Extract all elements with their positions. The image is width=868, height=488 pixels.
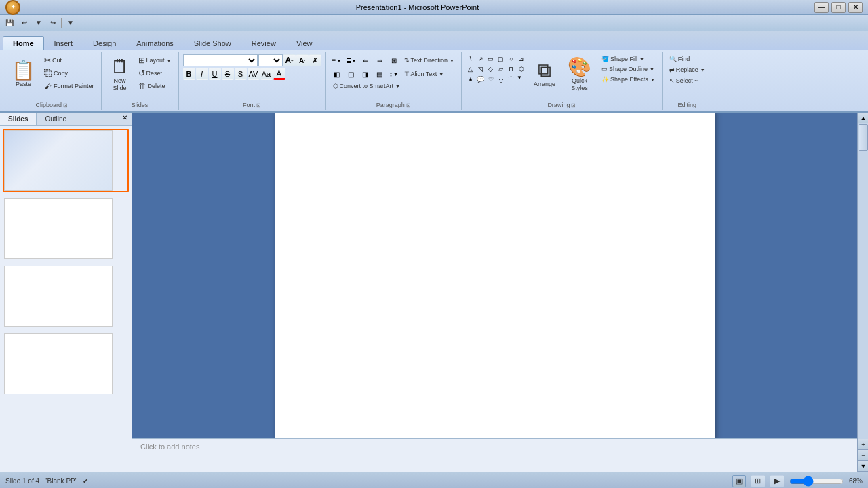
align-left-button[interactable]: ◧ <box>330 68 344 80</box>
scroll-zoom-in[interactable]: + <box>858 439 868 450</box>
tab-view[interactable]: View <box>286 36 323 50</box>
minimize-button[interactable]: — <box>814 2 829 13</box>
align-center-button[interactable]: ◫ <box>344 68 358 80</box>
notes-area[interactable]: Click to add notes <box>132 438 857 472</box>
zoom-slider[interactable] <box>789 478 844 485</box>
scroll-thumb[interactable] <box>859 124 868 151</box>
shape-right-tri[interactable]: ◹ <box>476 64 486 74</box>
slide-thumb-1[interactable]: 1 <box>3 129 129 192</box>
shape-tri[interactable]: △ <box>466 64 475 74</box>
shapes-expand[interactable]: ▼ <box>517 75 522 84</box>
format-painter-button[interactable]: 🖌 Format Painter <box>41 80 97 92</box>
replace-button[interactable]: ⇄ Replace ▼ <box>667 65 708 75</box>
paragraph-expand[interactable]: ⊡ <box>406 102 411 108</box>
shape-diamond[interactable]: ◇ <box>486 64 496 74</box>
italic-button[interactable]: I <box>196 68 208 80</box>
tab-animations[interactable]: Animations <box>126 36 183 50</box>
decrease-indent-button[interactable]: ⇐ <box>359 54 372 66</box>
cut-button[interactable]: ✂ Cut <box>41 54 97 66</box>
shape-outline-button[interactable]: ▭ Shape Outline ▼ <box>599 64 658 74</box>
delete-button[interactable]: 🗑 Delete <box>136 80 174 92</box>
shape-fill-button[interactable]: 🪣 Shape Fill ▼ <box>599 54 658 64</box>
shape-brace[interactable]: {} <box>496 75 506 84</box>
tab-slideshow[interactable]: Slide Show <box>184 36 241 50</box>
copy-button[interactable]: ⿻ Copy <box>41 67 97 79</box>
close-button[interactable]: ✕ <box>848 2 863 13</box>
convert-smartart-button[interactable]: ⬡ Convert to SmartArt ▼ <box>330 81 403 91</box>
shape-arrow[interactable]: ↗ <box>476 54 486 64</box>
scroll-zoom-out[interactable]: − <box>858 450 868 461</box>
slide-thumb-4[interactable]: 4 <box>3 332 129 396</box>
replace-arrow: ▼ <box>701 68 705 73</box>
shape-effects-button[interactable]: ✨ Shape Effects ▼ <box>599 75 658 84</box>
arrange-button[interactable]: ⧉ Arrange <box>529 54 560 95</box>
shape-heart[interactable]: ♡ <box>486 75 496 84</box>
shape-circle[interactable]: ○ <box>507 54 516 64</box>
slide-thumb-2[interactable]: 2 <box>3 197 129 260</box>
quick-styles-button[interactable]: 🎨 QuickStyles <box>563 54 596 96</box>
reset-button[interactable]: ↺ Reset <box>136 67 174 79</box>
slide-thumb-3[interactable]: 3 <box>3 264 129 328</box>
increase-indent-button[interactable]: ⇒ <box>373 54 387 66</box>
bold-button[interactable]: B <box>183 68 195 80</box>
numbered-button[interactable]: ≣▼ <box>344 54 358 66</box>
scroll-down-button[interactable]: ▼ <box>858 461 868 472</box>
shape-hexagon[interactable]: ⬡ <box>517 64 526 74</box>
scroll-up-button[interactable]: ▲ <box>858 113 868 123</box>
undo-button[interactable]: ↩ <box>19 18 30 28</box>
underline-button[interactable]: U <box>209 68 221 80</box>
font-color-button[interactable]: A <box>273 68 285 80</box>
shape-callout[interactable]: 💬 <box>476 75 486 84</box>
clear-format-button[interactable]: ✗ <box>309 54 321 66</box>
tab-review[interactable]: Review <box>241 36 286 50</box>
shape-arc[interactable]: ⌒ <box>507 75 516 84</box>
tab-insert[interactable]: Insert <box>44 36 83 50</box>
align-text-button[interactable]: ⊤ Align Text ▼ <box>401 69 447 79</box>
maximize-button[interactable]: □ <box>831 2 846 13</box>
outline-tab[interactable]: Outline <box>37 113 75 125</box>
shape-rect[interactable]: ▭ <box>486 54 496 64</box>
columns-button[interactable]: ⊞ <box>387 54 401 66</box>
font-grow-button[interactable]: A+ <box>283 54 296 66</box>
select-button[interactable]: ↖ Select ~ <box>667 76 701 85</box>
find-button[interactable]: 🔍 Find <box>667 54 693 64</box>
shape-star[interactable]: ★ <box>466 75 475 84</box>
case-button[interactable]: Aa <box>260 68 273 80</box>
justify-button[interactable]: ▤ <box>373 68 387 80</box>
font-expand[interactable]: ⊡ <box>256 102 261 108</box>
slide-canvas[interactable] <box>275 113 715 438</box>
qat-more-button[interactable]: ▼ <box>64 18 77 28</box>
shape-round-rect[interactable]: ▢ <box>496 54 506 64</box>
bullets-button[interactable]: ≡▼ <box>330 54 344 66</box>
panel-close-button[interactable]: ✕ <box>118 113 132 125</box>
new-slide-button[interactable]: 🗒 NewSlide <box>106 54 134 96</box>
layout-button[interactable]: ⊞ Layout ▼ <box>136 54 174 66</box>
paste-button[interactable]: 📋 Paste <box>7 54 40 95</box>
shape-more[interactable]: ⊿ <box>517 54 526 64</box>
office-button[interactable]: ✦ <box>5 0 20 15</box>
slides-tab[interactable]: Slides <box>0 113 37 125</box>
font-size-select[interactable] <box>258 54 283 66</box>
spacing-button[interactable]: AV <box>248 68 260 80</box>
tab-design[interactable]: Design <box>83 36 126 50</box>
drawing-expand[interactable]: ⊡ <box>571 102 576 108</box>
font-shrink-button[interactable]: A- <box>296 54 309 66</box>
redo-button[interactable]: ↪ <box>47 18 58 28</box>
clipboard-expand[interactable]: ⊡ <box>63 102 68 108</box>
shape-trapezoid[interactable]: ⊓ <box>507 64 516 74</box>
tab-home[interactable]: Home <box>3 36 44 50</box>
shadow-button[interactable]: S <box>235 68 247 80</box>
save-button[interactable]: 💾 <box>3 18 16 28</box>
slide-sorter-button[interactable]: ⊞ <box>751 475 765 487</box>
slideshow-button[interactable]: ▶ <box>770 475 784 487</box>
shape-line[interactable]: \ <box>466 54 475 64</box>
text-direction-button[interactable]: ⇅ Text Direction ▼ <box>401 56 457 65</box>
strikethrough-button[interactable]: S <box>222 68 234 80</box>
slide-canvas-wrap[interactable] <box>132 113 857 438</box>
line-spacing-button[interactable]: ↕▼ <box>387 68 401 80</box>
undo-dropdown[interactable]: ▼ <box>33 18 45 28</box>
shape-parallelogram[interactable]: ▱ <box>496 64 506 74</box>
normal-view-button[interactable]: ▣ <box>732 475 746 487</box>
font-name-select[interactable] <box>183 54 258 66</box>
align-right-button[interactable]: ◨ <box>359 68 372 80</box>
